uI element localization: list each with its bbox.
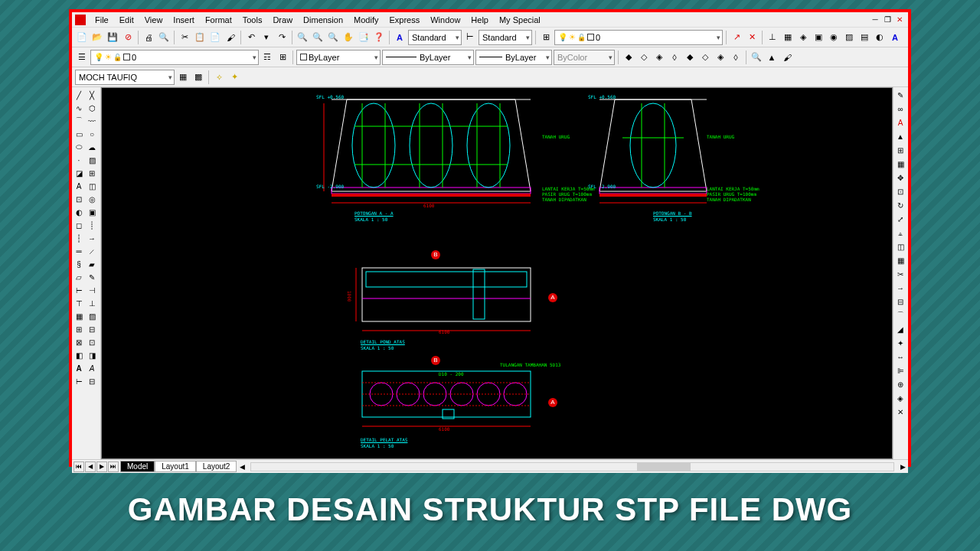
rt-text-icon[interactable]: A [894,116,906,129]
tool4-icon[interactable]: ▣ [812,31,825,44]
tab-layout2[interactable]: Layout2 [196,461,237,472]
lt1-icon[interactable]: ◆ [622,51,635,64]
rt-break-icon[interactable]: ⊟ [894,295,906,308]
scroll-left-icon[interactable]: ◀ [237,463,247,471]
tab-next-icon[interactable]: ▶ [96,461,107,472]
distance-icon[interactable]: ↗ [730,31,743,44]
rt-offset-icon[interactable]: ◫ [894,240,906,253]
revcloud-icon[interactable]: ☁ [86,141,98,153]
dimstyle-icon[interactable]: ⊢ [463,31,477,44]
table-icon[interactable]: ⊞ [86,167,98,179]
spline-icon[interactable]: 〰 [86,115,98,127]
rt-stretch-icon[interactable]: ↔ [894,350,906,363]
textstyle-dropdown[interactable]: Standard [408,30,462,45]
plotstyle-dropdown[interactable]: ByColor [554,50,615,65]
dim2-icon[interactable]: ▩ [191,70,205,84]
boundary-icon[interactable]: ▣ [86,206,98,218]
mline-icon[interactable]: ═ [73,245,85,257]
dt9-icon[interactable]: ⊠ [73,336,85,348]
tool9-icon[interactable]: A [888,31,902,44]
undo-dropdown-icon[interactable]: ▾ [260,31,273,44]
tool6-icon[interactable]: ▨ [842,31,856,44]
xline-icon[interactable]: ╳ [86,89,98,101]
wipeout-icon[interactable]: ◻ [73,219,85,231]
tab-last-icon[interactable]: ⏭ [108,461,119,472]
minimize-icon[interactable]: ─ [870,15,880,24]
rectangle-icon[interactable]: ▭ [73,128,85,140]
polygon-icon[interactable]: ⬡ [86,102,98,114]
tool7-icon[interactable]: ▤ [858,31,871,44]
region-icon[interactable]: ◪ [73,167,85,179]
match-icon[interactable]: 🖌 [224,31,237,44]
text2-icon[interactable]: A [86,362,98,374]
sketch-icon[interactable]: ✎ [86,271,98,283]
menu-window[interactable]: Window [426,14,465,26]
dt14-icon[interactable]: ⊟ [86,375,98,387]
trace-icon[interactable]: ▱ [73,271,85,283]
mtext-icon[interactable]: A [73,180,85,192]
tool3-icon[interactable]: ◈ [796,31,810,44]
rt-mirror-icon[interactable]: ⟁ [894,227,906,239]
layer-manager-icon[interactable]: ☰ [75,51,89,64]
rt-pedit-icon[interactable]: ◈ [894,392,906,404]
insert-icon[interactable]: ⊡ [73,193,85,205]
pan-icon[interactable]: ✋ [341,31,355,44]
rt-fillet-icon[interactable]: ⌒ [894,309,906,321]
rt-explode-icon[interactable]: ✦ [894,337,906,349]
paste-icon[interactable]: 📄 [208,31,222,44]
menu-express[interactable]: Express [384,14,424,26]
menu-myspecial[interactable]: My Special [495,14,545,26]
tool8-icon[interactable]: ◐ [873,31,887,44]
rt-tri-icon[interactable]: ▲ [894,130,906,142]
dt11-icon[interactable]: ◧ [73,349,85,361]
layer-quick-dropdown[interactable]: 💡☀🔓 0 [554,30,723,45]
lt3-icon[interactable]: ◈ [652,51,666,64]
tab-layout1[interactable]: Layout1 [155,461,196,472]
textstyle-icon[interactable]: A [393,31,407,44]
menu-insert[interactable]: Insert [168,14,199,26]
dt3-icon[interactable]: ⊤ [73,297,85,309]
rt-align-icon[interactable]: ⊫ [894,364,906,377]
menu-dimension[interactable]: Dimension [299,14,348,26]
dt13-icon[interactable]: ⊢ [73,375,85,387]
lt6-icon[interactable]: ◇ [698,51,712,64]
hatch-icon[interactable]: ▨ [86,154,98,166]
layer-states-icon[interactable]: ⊞ [276,51,289,64]
scroll-right-icon[interactable]: ▶ [897,463,908,471]
pline-icon[interactable]: ∿ [73,102,85,114]
divide-icon[interactable]: ┊ [86,219,98,231]
undo-icon[interactable]: ↶ [244,31,258,44]
tool2-icon[interactable]: ▦ [781,31,795,44]
rt-copy-icon[interactable]: ⊡ [894,185,906,197]
print-icon[interactable]: 🖨 [142,31,155,44]
rt-erase-icon[interactable]: ✕ [894,406,906,418]
circle-icon[interactable]: ○ [86,128,98,140]
properties-icon[interactable]: 📑 [357,31,371,44]
menu-tools[interactable]: Tools [238,14,267,26]
lt11-icon[interactable]: 🖌 [780,51,794,64]
lt10-icon[interactable]: ▲ [765,51,779,64]
horizontal-scrollbar[interactable] [250,462,894,471]
dt7-icon[interactable]: ⊞ [73,323,85,335]
tool1-icon[interactable]: ⊥ [766,31,779,44]
drawing-viewport[interactable]: SFL +0.560 SFL -2.900 6100 TANAH URUG LA… [101,87,893,459]
rt-join-icon[interactable]: ⊕ [894,378,906,390]
rt-scale-icon[interactable]: ⤢ [894,213,906,225]
lt2-icon[interactable]: ◇ [637,51,651,64]
menu-draw[interactable]: Draw [268,14,297,26]
rt-chamfer-icon[interactable]: ◢ [894,323,906,335]
dt6-icon[interactable]: ▨ [86,310,98,322]
block-icon[interactable]: ◫ [86,180,98,192]
point-icon[interactable]: · [73,154,85,166]
dt12-icon[interactable]: ◨ [86,349,98,361]
dim4-icon[interactable]: ✦ [227,70,241,84]
rt-pencil-icon[interactable]: ✎ [894,89,906,101]
solid-icon[interactable]: ▰ [86,258,98,270]
redo-icon[interactable]: ↷ [275,31,289,44]
line-icon[interactable]: ╱ [73,89,85,101]
copy-icon[interactable]: 📋 [193,31,207,44]
dt10-icon[interactable]: ⊡ [86,336,98,348]
tab-first-icon[interactable]: ⏮ [74,461,84,472]
dt2-icon[interactable]: ⊣ [86,284,98,296]
rt-array-icon[interactable]: ▦ [894,254,906,266]
